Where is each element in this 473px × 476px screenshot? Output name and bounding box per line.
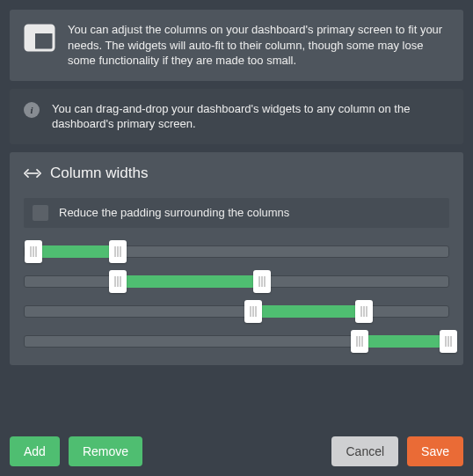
column-widths-section: Column widths Reduce the padding surroun… xyxy=(10,152,463,365)
save-button[interactable]: Save xyxy=(407,436,463,466)
slider-fill xyxy=(33,245,118,258)
intro-panel: You can adjust the columns on your dashb… xyxy=(10,10,463,81)
sliders-container xyxy=(24,244,449,349)
section-header: Column widths xyxy=(24,165,449,182)
intro-text: You can adjust the columns on your dashb… xyxy=(68,22,449,69)
reduce-padding-row[interactable]: Reduce the padding surrounding the colum… xyxy=(24,198,449,228)
slider-handle-end[interactable] xyxy=(253,270,271,293)
hint-panel: i You can drag-and-drop your dashboard's… xyxy=(10,89,463,144)
horizontal-resize-icon xyxy=(24,166,41,180)
slider-fill xyxy=(253,305,363,318)
slider-handle-start[interactable] xyxy=(109,270,127,293)
svg-rect-1 xyxy=(25,26,54,33)
slider-1[interactable] xyxy=(24,245,449,258)
slider-handle-start[interactable] xyxy=(351,330,368,353)
slider-handle-start[interactable] xyxy=(25,240,42,263)
info-icon: i xyxy=(24,102,40,118)
spacer xyxy=(151,436,323,466)
reduce-padding-checkbox[interactable] xyxy=(33,205,48,221)
slider-handle-end[interactable] xyxy=(355,300,373,323)
slider-fill xyxy=(360,335,448,348)
add-button[interactable]: Add xyxy=(10,436,60,466)
section-title: Column widths xyxy=(50,165,149,182)
svg-rect-2 xyxy=(25,33,35,50)
remove-button[interactable]: Remove xyxy=(69,436,142,466)
slider-handle-end[interactable] xyxy=(440,330,457,353)
slider-handle-start[interactable] xyxy=(244,300,262,323)
slider-4[interactable] xyxy=(24,335,449,348)
slider-handle-end[interactable] xyxy=(109,240,127,263)
cancel-button[interactable]: Cancel xyxy=(331,436,398,466)
slider-fill xyxy=(118,275,262,288)
layout-icon xyxy=(24,22,55,54)
slider-2[interactable] xyxy=(24,275,449,288)
reduce-padding-label: Reduce the padding surrounding the colum… xyxy=(59,206,289,219)
footer-buttons: Add Remove Cancel Save xyxy=(10,431,463,466)
hint-text: You can drag-and-drop your dashboard's w… xyxy=(52,101,449,132)
slider-3[interactable] xyxy=(24,305,449,318)
